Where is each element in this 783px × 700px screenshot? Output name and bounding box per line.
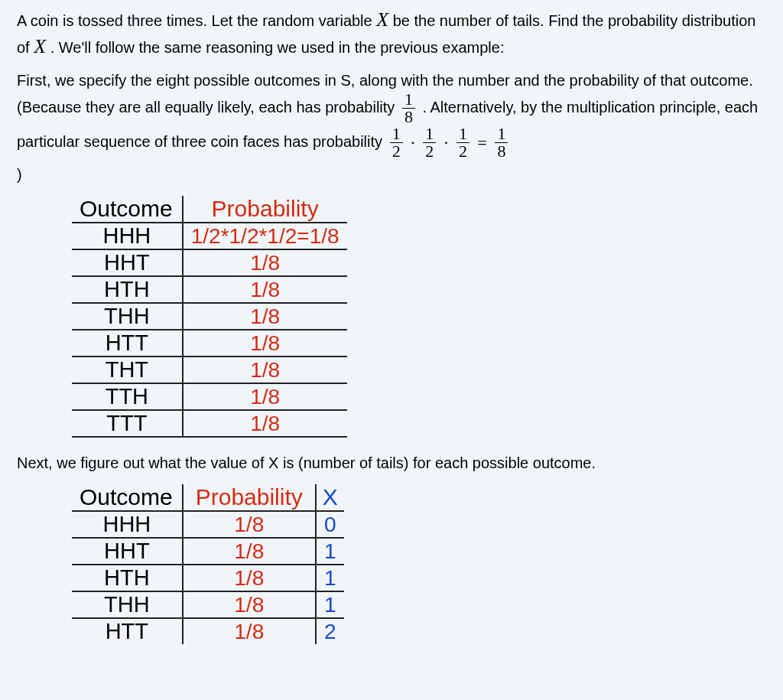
probability-cell: 1/8 (183, 303, 347, 330)
x-cell: 0 (316, 511, 344, 538)
table-row: THT1/8 (72, 357, 347, 383)
numerator: 1 (495, 125, 508, 143)
col-header-probability: Probability (183, 484, 316, 511)
math-var-x: X (376, 8, 388, 31)
text: A coin is tossed three times. Let the ra… (17, 12, 376, 29)
probability-cell: 1/8 (183, 249, 347, 276)
dot-operator: · (411, 132, 415, 155)
denominator: 8 (402, 109, 415, 125)
probability-cell: 1/8 (183, 618, 316, 644)
probability-cell: 1/2*1/2*1/2=1/8 (183, 223, 347, 249)
probability-cell: 1/8 (183, 565, 316, 591)
outcome-cell: HTH (72, 276, 183, 303)
fraction-one-half: 1 2 (423, 125, 436, 160)
outcome-cell: HHT (72, 538, 183, 565)
probability-cell: 1/8 (183, 330, 347, 357)
probability-cell: 1/8 (183, 357, 347, 383)
numerator: 1 (390, 125, 403, 143)
table-row: TTT1/8 (72, 410, 347, 437)
table-row: TTH1/8 (72, 383, 347, 410)
explanation-paragraph: First, we specify the eight possible out… (17, 70, 766, 185)
outcome-cell: THH (72, 303, 183, 330)
equals-operator: = (477, 132, 486, 155)
outcome-cell: TTT (72, 410, 183, 437)
table-row: HHH1/2*1/2*1/2=1/8 (72, 223, 347, 249)
text: . We'll follow the same reasoning we use… (46, 39, 504, 56)
outcome-cell: TTH (72, 383, 183, 410)
table-row: THH1/8 (72, 303, 347, 330)
outcome-probability-table-wrap: Outcome Probability HHH1/2*1/2*1/2=1/8 H… (72, 196, 766, 438)
col-header-x: X (316, 484, 344, 511)
outcome-cell: HTH (72, 565, 183, 591)
outcome-cell: THH (72, 591, 183, 618)
probability-cell: 1/8 (183, 383, 347, 410)
table-row: HTH1/8 (72, 276, 347, 303)
denominator: 2 (456, 143, 469, 160)
table-row: HHT1/8 (72, 249, 347, 276)
x-cell: 2 (316, 618, 344, 644)
numerator: 1 (456, 125, 469, 143)
x-cell: 1 (316, 538, 344, 565)
fraction-one-eighth: 1 8 (495, 125, 508, 160)
table-row: HHH1/80 (72, 511, 344, 538)
x-cell: 1 (316, 565, 344, 591)
outcome-cell: HHH (72, 223, 183, 249)
outcome-cell: HHT (72, 249, 183, 276)
col-header-outcome: Outcome (72, 196, 183, 223)
table-row: HTT1/82 (72, 618, 344, 644)
outcome-prob-x-table: Outcome Probability X HHH1/80 HHT1/81 HT… (72, 484, 344, 644)
fraction-one-eighth: 1 8 (402, 91, 415, 125)
denominator: 2 (390, 143, 403, 160)
table-row: HHT1/81 (72, 538, 344, 565)
denominator: 8 (495, 143, 508, 160)
denominator: 2 (423, 143, 436, 160)
numerator: 1 (423, 125, 436, 143)
table-row: THH1/81 (72, 591, 344, 618)
probability-cell: 1/8 (183, 538, 316, 565)
outcome-probability-table: Outcome Probability HHH1/2*1/2*1/2=1/8 H… (72, 196, 347, 438)
table-row: HTT1/8 (72, 330, 347, 357)
dot-operator: · (444, 132, 449, 155)
intro-paragraph: A coin is tossed three times. Let the ra… (17, 6, 766, 60)
probability-cell: 1/8 (183, 410, 347, 437)
outcome-cell: HHH (72, 511, 183, 538)
x-cell: 1 (316, 591, 344, 618)
probability-cell: 1/8 (183, 511, 316, 538)
probability-cell: 1/8 (183, 276, 347, 303)
col-header-outcome: Outcome (72, 484, 183, 511)
outcome-prob-x-table-wrap: Outcome Probability X HHH1/80 HHT1/81 HT… (72, 484, 766, 644)
closing-paren: ) (17, 164, 766, 185)
probability-cell: 1/8 (183, 591, 316, 618)
table-row: HTH1/81 (72, 565, 344, 591)
math-var-x: X (34, 35, 46, 57)
fraction-one-half: 1 2 (456, 125, 469, 160)
outcome-cell: HTT (72, 330, 183, 357)
transition-paragraph: Next, we figure out what the value of X … (17, 453, 766, 474)
fraction-one-half: 1 2 (390, 125, 403, 160)
outcome-cell: THT (72, 357, 183, 383)
outcome-cell: HTT (72, 618, 183, 644)
col-header-probability: Probability (183, 196, 347, 223)
numerator: 1 (402, 91, 415, 109)
